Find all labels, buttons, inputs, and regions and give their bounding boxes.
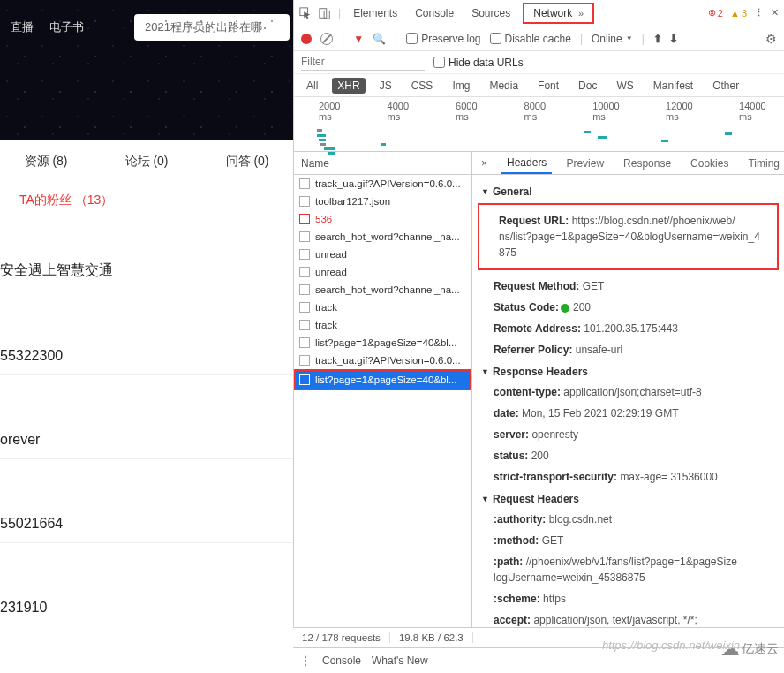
webpage-panel: 直播 电子书 2021程序员的出路在哪 资源 (8) 论坛 (0) 问答 (0)… [0,0,293,673]
request-count: 12 / 178 requests [293,632,390,643]
request-url-highlight: Request URL: https://blog.csdn.net//phoe… [478,203,779,270]
page-banner: 直播 电子书 2021程序员的出路在哪 [0,0,293,140]
file-icon [299,337,310,348]
type-xhr[interactable]: XHR [332,78,365,94]
file-icon [299,374,310,385]
request-row[interactable]: track [294,299,471,316]
type-other[interactable]: Other [707,78,744,94]
waterfall-overview[interactable]: 2000 ms 4000 ms 6000 ms 8000 ms 10000 ms… [294,97,784,152]
network-toolbar: | ▼ 🔍 | Preserve log Disable cache | Onl… [294,26,784,51]
disable-cache-checkbox[interactable]: Disable cache [490,33,571,45]
filter-input[interactable] [301,54,425,71]
throttling-dropdown[interactable]: Online▼ [592,33,633,45]
warning-count[interactable]: ▲3 [730,8,747,19]
preserve-log-checkbox[interactable]: Preserve log [406,33,480,45]
request-row[interactable]: search_hot_word?channel_na... [294,281,471,299]
drawer-console-tab[interactable]: Console [322,654,361,667]
inspect-icon[interactable] [299,7,312,19]
chevron-right-icon: » [578,8,584,19]
search-icon[interactable]: 🔍 [373,33,386,45]
type-media[interactable]: Media [484,78,524,94]
file-icon [299,214,310,224]
file-icon [299,320,310,330]
tab-sources[interactable]: Sources [466,2,516,25]
nav-qa[interactable]: 问答 (0) [222,147,273,177]
list-item[interactable]: 55322300 [0,291,293,374]
tab-network[interactable]: Network » [523,3,594,24]
type-img[interactable]: Img [447,78,475,94]
request-details: × Headers Preview Response Cookies Timin… [472,152,784,648]
cloud-icon: ☁ [720,638,740,661]
list-item[interactable]: 55021664 [0,458,293,542]
type-manifest[interactable]: Manifest [648,78,698,94]
filter-icon[interactable]: ▼ [353,33,364,45]
list-item[interactable]: 231910 [0,542,293,626]
drawer-whatsnew-tab[interactable]: What's New [372,654,428,667]
response-headers-section[interactable]: ▼Response Headers [481,360,775,382]
list-item[interactable]: orever [0,374,293,458]
devtools-panel: | Elements Console Sources Network » ⊗2 … [293,0,784,673]
status-dot-icon [561,304,569,313]
type-all[interactable]: All [301,78,323,94]
triangle-down-icon: ▼ [481,187,489,196]
nav-forum[interactable]: 论坛 (0) [122,147,172,177]
type-css[interactable]: CSS [406,78,439,94]
gear-icon[interactable]: ⚙ [765,32,777,46]
kebab-icon[interactable]: ⋮ [754,7,764,19]
yisu-logo: ☁ 亿速云 [720,638,779,661]
request-row[interactable]: toolbar1217.json [294,193,471,210]
type-js[interactable]: JS [374,78,397,94]
clear-icon[interactable] [320,33,333,45]
request-row[interactable]: list?page=1&pageSize=40&bl... [294,334,471,352]
close-icon[interactable]: ✕ [771,7,779,19]
device-icon[interactable] [319,7,331,19]
request-list: Name track_ua.gif?APIVersion=0.6.0... to… [294,152,472,648]
tab-elements[interactable]: Elements [348,2,403,25]
file-icon [299,355,310,366]
banner-tab-ebook[interactable]: 电子书 [49,19,84,35]
list-item[interactable]: 安全遇上智慧交通 [0,208,293,291]
file-icon [299,249,310,260]
request-row-selected[interactable]: list?page=1&pageSize=40&bl... [294,369,471,390]
file-icon [299,302,310,313]
error-count[interactable]: ⊗2 [708,7,723,19]
request-row[interactable]: 536 [294,210,471,228]
type-filter-row: All XHR JS CSS Img Media Font Doc WS Man… [294,74,784,97]
request-row[interactable]: track_ua.gif?APIVersion=0.6.0... [294,175,471,193]
request-row[interactable]: unread [294,246,471,263]
request-row[interactable]: track_ua.gif?APIVersion=0.6.0... [294,352,471,369]
download-icon[interactable]: ⬇ [669,33,678,45]
devtools-tabbar: | Elements Console Sources Network » ⊗2 … [294,0,784,26]
request-row[interactable]: track [294,316,471,334]
file-icon [299,267,310,277]
banner-tab-live[interactable]: 直播 [11,19,34,35]
file-icon [299,284,310,295]
type-font[interactable]: Font [532,78,564,94]
file-icon [299,231,310,242]
drawer-tabbar: ⋮ Console What's New [293,648,784,673]
kebab-icon[interactable]: ⋮ [300,654,312,667]
file-icon [299,196,310,207]
transfer-size: 19.8 KB / 62.3 [390,632,473,643]
request-row[interactable]: search_hot_word?channel_na... [294,228,471,246]
file-icon [299,178,310,189]
type-ws[interactable]: WS [611,78,638,94]
hide-data-urls-checkbox[interactable]: Hide data URLs [433,57,524,69]
page-nav: 资源 (8) 论坛 (0) 问答 (0) [0,140,293,177]
fans-link[interactable]: TA的粉丝 （13） [0,177,293,208]
search-box[interactable]: 2021程序员的出路在哪 [134,14,290,41]
upload-icon[interactable]: ⬆ [653,33,662,45]
triangle-down-icon: ▼ [481,367,489,376]
record-icon[interactable] [301,34,312,44]
svg-rect-1 [320,8,327,18]
general-section[interactable]: ▼General [481,180,775,201]
watermark: https://blog.csdn.net/weixin [602,639,740,652]
nav-resources[interactable]: 资源 (8) [21,147,72,177]
request-row[interactable]: unread [294,263,471,281]
triangle-down-icon: ▼ [481,495,489,503]
request-headers-section[interactable]: ▼Request Headers [481,488,775,509]
tab-console[interactable]: Console [410,2,459,25]
type-doc[interactable]: Doc [573,78,602,94]
